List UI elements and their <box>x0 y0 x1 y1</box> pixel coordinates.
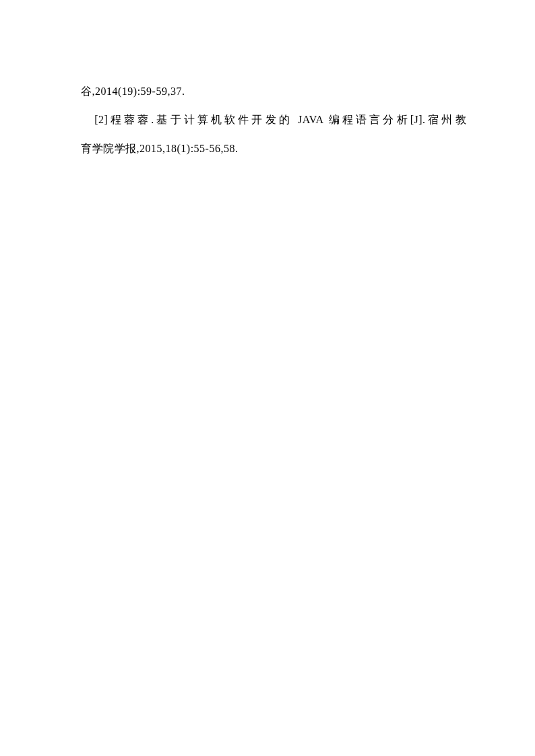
reference-line-1: 谷,2014(19):59-59,37. <box>81 77 466 106</box>
document-body: 谷,2014(19):59-59,37. [2]程蓉蓉.基于计算机软件开发的 J… <box>0 0 535 163</box>
reference-line-2: [2]程蓉蓉.基于计算机软件开发的 JAVA 编程语言分析[J].宿州教 <box>81 106 466 134</box>
reference-line-3: 育学院学报,2015,18(1):55-56,58. <box>81 135 466 163</box>
